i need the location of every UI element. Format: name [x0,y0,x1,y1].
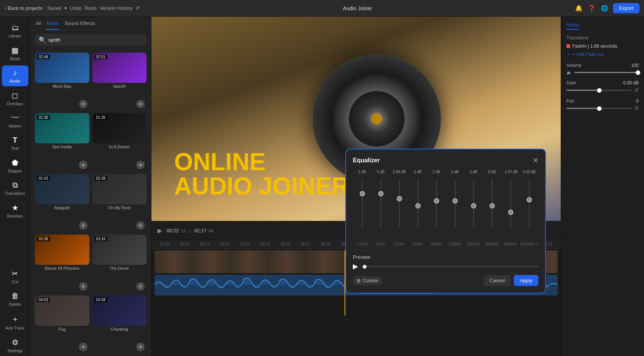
equalizer-modal: Equalizer ✕ 5 dB 5 dB 2.99 dB 0 dB 2 dB … [345,149,546,294]
eq-cancel-button[interactable]: Cancel [483,275,511,286]
ruler-mark: 00:17 [296,242,316,246]
tab-sound-effects[interactable]: Sound Effects [64,20,95,30]
eq-knob-4000hz[interactable] [490,203,495,208]
saved-dropdown-icon[interactable]: ▾ [64,5,67,11]
settings-icon: ⚙ [12,338,19,347]
add-media-button[interactable]: ＋ [79,282,87,291]
add-fade-out-button[interactable]: ＋ + Add Fade out [566,51,639,58]
fade-dot [566,44,570,48]
add-media-button[interactable]: ＋ [136,161,145,169]
eq-close-button[interactable]: ✕ [533,156,538,165]
list-item[interactable]: 02:36 ＋ Sea Inside [35,113,89,171]
eq-band-64hz [371,177,390,238]
top-bar-actions: Saved ▾ Undo Redo Version History ↺ [47,5,140,11]
search-input[interactable] [48,37,143,43]
sidebar-item-add-track[interactable]: ＋ Add Track [2,311,28,333]
list-item[interactable]: 03:38 ＋ Dance Of Princess [35,235,89,292]
eq-knob-16000hz[interactable] [527,197,532,202]
list-item[interactable]: 03:16 ＋ The Dome [92,235,147,292]
time-marker2: 04 [209,229,213,233]
reviews-icon: ★ [12,203,19,212]
eq-knob-32hz[interactable] [360,191,365,196]
search-icon: 🔍 [39,36,46,44]
add-media-button[interactable]: ＋ [136,221,145,230]
export-button[interactable]: Export [613,3,639,13]
preset-icon: ⊞ [357,278,360,283]
list-item[interactable]: 02:48 ＋ Moon Bay [35,53,89,110]
sidebar-icons: 🗂 Library ▦ Stock ♪ Audio ◻ Overlays 〰 M… [0,17,30,356]
list-item[interactable]: 03:58 ＋ Chunking [92,295,147,353]
media-label: Sea Inside [35,143,89,151]
list-item[interactable]: 04:03 ＋ Fug [35,295,89,353]
eq-knob-125hz[interactable] [397,196,402,201]
sidebar-item-motion[interactable]: 〰 Motion [2,110,28,131]
list-item[interactable]: 02:51 ＋ Sad AI [92,53,147,110]
eq-knob-8000hz[interactable] [508,210,513,215]
eq-knob-64hz[interactable] [378,191,384,196]
globe-icon[interactable]: 🌐 [601,5,608,12]
add-media-button[interactable]: ＋ [79,221,87,230]
ruler-mark: 00:13 [215,242,235,246]
eq-knob-1000hz[interactable] [452,198,458,204]
transitions-label: Transitions [566,35,639,40]
sidebar-item-transitions[interactable]: ⧉ Transitions [2,178,28,199]
freq-label: 16000Hz > [520,242,538,246]
add-media-button[interactable]: ＋ [136,282,145,291]
pan-reset-button[interactable]: ↺ [634,105,639,111]
ruler-mark: 00:15 [255,242,275,246]
add-media-button[interactable]: ＋ [79,161,87,169]
eq-apply-button[interactable]: Apply [514,275,538,286]
custom-preset-button[interactable]: ⊞ Custom [353,276,382,285]
sidebar-item-audio[interactable]: ♪ Audio [2,65,28,86]
undo-button[interactable]: Undo [70,5,82,11]
library-icon: 🗂 [11,23,19,32]
help-icon[interactable]: ❓ [588,5,596,12]
ruler-mark: 00:16 [276,242,296,246]
back-button[interactable]: ‹ Back to projects [5,5,43,11]
redo-button[interactable]: Redo [85,5,97,11]
eq-knob-500hz[interactable] [434,198,439,204]
sidebar-item-overlays[interactable]: ◻ Overlays [2,88,28,109]
pan-slider[interactable] [566,108,632,109]
saved-label: Saved [47,5,61,11]
sidebar-item-settings[interactable]: ⚙ Settings [2,335,28,356]
tab-music[interactable]: Music [46,20,59,30]
notification-icon[interactable]: 🔔 [575,5,583,12]
eq-preview-play-button[interactable]: ▶ [353,262,358,270]
list-item[interactable]: 02:39 ＋ On My Roof [92,174,147,232]
add-media-button[interactable]: ＋ [79,343,87,351]
sidebar-add-track-label: Add Track [6,326,25,330]
gain-slider[interactable] [566,90,632,91]
gain-reset-button[interactable]: ↺ [634,87,639,93]
add-media-button[interactable]: ＋ [79,100,87,108]
sidebar-stock-label: Stock [10,56,20,61]
version-history-button[interactable]: Version History [100,5,133,11]
sidebar-item-shapes[interactable]: ⬟ Shapes [2,155,28,176]
ruler-mark: 00:11 [175,242,195,246]
sidebar-item-stock[interactable]: ▦ Stock [2,43,28,64]
sidebar-settings-label: Settings [8,348,23,353]
media-label: Dance Of Princess [35,265,89,272]
eq-db-label: 5 dB [353,170,371,174]
add-media-button[interactable]: ＋ [136,100,145,108]
sidebar-item-library[interactable]: 🗂 Library [2,20,28,41]
sidebar-item-delete[interactable]: 🗑 Delete [2,289,28,309]
eq-knob-250hz[interactable] [415,203,421,208]
sidebar-item-cut[interactable]: ✂ Cut [2,266,28,287]
sidebar-item-reviews[interactable]: ★ Reviews [2,200,28,221]
eq-band-8000hz [501,177,520,238]
freq-label: 1000Hz [446,242,464,246]
eq-knob-2000hz[interactable] [471,203,476,208]
eq-freq-labels: < 32Hz 64Hz 125Hz 250Hz 500Hz 1000Hz 200… [353,239,538,246]
collapse-icon[interactable]: ▶ [157,227,162,234]
eq-progress-bar[interactable] [362,266,538,267]
eq-title: Equalizer [353,157,380,164]
list-item[interactable]: 01:43 ＋ Seagulls [35,174,89,232]
add-media-button[interactable]: ＋ [136,343,145,351]
duration-badge: 03:58 [94,297,108,302]
sidebar-item-text[interactable]: T Text [2,133,28,154]
tab-all[interactable]: All [36,20,41,30]
tab-audio[interactable]: Audio [566,22,579,30]
volume-slider[interactable] [574,72,639,73]
list-item[interactable]: 01:36 ＋ In A Dream [92,113,147,171]
